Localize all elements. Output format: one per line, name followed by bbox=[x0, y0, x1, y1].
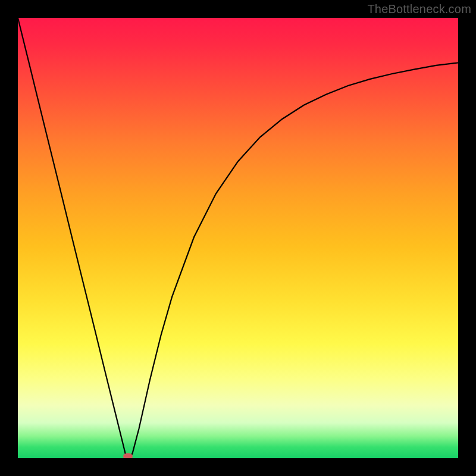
plot-area bbox=[18, 18, 458, 458]
attribution-text: TheBottleneck.com bbox=[367, 2, 471, 16]
chart-frame: TheBottleneck.com bbox=[0, 0, 476, 476]
marker-layer bbox=[18, 18, 458, 458]
minimum-marker bbox=[123, 453, 133, 459]
